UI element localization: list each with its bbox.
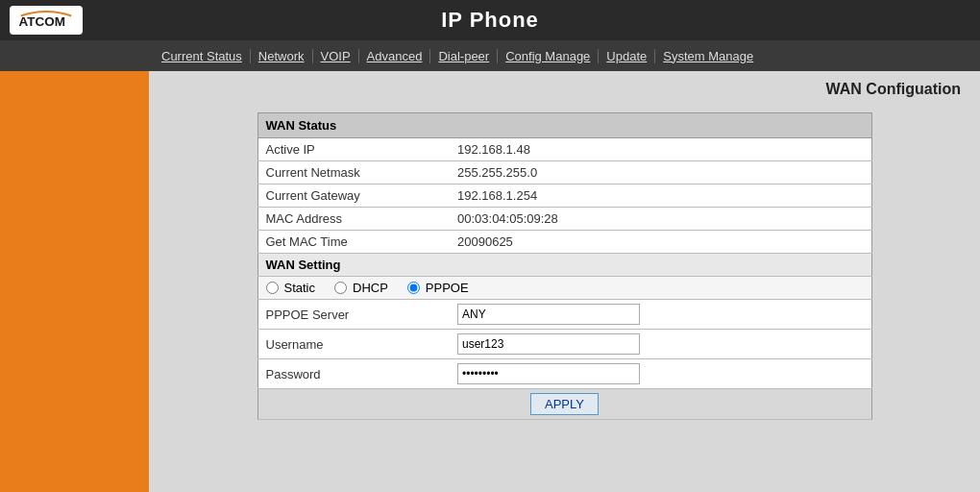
wan-mode-row: Static DHCP PPPOE [257, 277, 871, 300]
atcom-logo-icon: ATCOM [17, 9, 75, 32]
pppoe-server-row: PPPOE Server [257, 300, 871, 330]
password-input[interactable] [457, 363, 640, 384]
page-main-title: IP Phone [441, 8, 539, 33]
wan-mode-cell: Static DHCP PPPOE [257, 277, 871, 300]
wan-mode-radio-group: Static DHCP PPPOE [266, 281, 864, 295]
active-ip-value: 192.168.1.48 [450, 138, 871, 161]
navbar: Current Status Network VOIP Advanced Dia… [0, 40, 980, 71]
nav-advanced[interactable]: Advanced [359, 49, 431, 63]
wan-status-header: WAN Status [257, 113, 871, 138]
pppoe-server-label: PPPOE Server [257, 300, 450, 330]
header: ATCOM IP Phone [0, 0, 980, 40]
nav-current-status[interactable]: Current Status [154, 49, 251, 63]
netmask-label: Current Netmask [257, 161, 450, 184]
wan-setting-row: WAN Setting [257, 254, 871, 277]
content-area: WAN Configuation WAN Status Active IP 19… [149, 71, 980, 492]
active-ip-label: Active IP [257, 138, 450, 161]
table-row: Current Gateway 192.168.1.254 [257, 184, 871, 208]
main-layout: WAN Configuation WAN Status Active IP 19… [0, 71, 980, 492]
username-input[interactable] [457, 333, 640, 355]
pppoe-label: PPPOE [426, 281, 469, 295]
apply-button[interactable]: APPLY [530, 393, 599, 415]
logo-box: ATCOM [10, 6, 83, 35]
mac-time-value: 20090625 [450, 231, 871, 254]
password-row: Password [257, 359, 871, 389]
wan-config-table: WAN Status Active IP 192.168.1.48 Curren… [257, 112, 872, 420]
static-label: Static [284, 281, 316, 295]
table-row: MAC Address 00:03:04:05:09:28 [257, 208, 871, 231]
wan-setting-label: WAN Setting [257, 254, 871, 277]
nav-network[interactable]: Network [251, 49, 313, 63]
table-row: Active IP 192.168.1.48 [257, 138, 871, 161]
nav-config-manage[interactable]: Config Manage [498, 49, 599, 63]
username-label: Username [257, 330, 450, 359]
username-row: Username [257, 330, 871, 359]
static-radio[interactable] [266, 282, 279, 294]
dhcp-label: DHCP [353, 281, 388, 295]
apply-row: APPLY [257, 389, 871, 420]
mac-address-label: MAC Address [257, 208, 450, 231]
svg-text:ATCOM: ATCOM [19, 14, 66, 29]
mac-time-label: Get MAC Time [257, 231, 450, 254]
pppoe-server-input[interactable] [457, 304, 640, 325]
apply-cell: APPLY [257, 389, 871, 420]
table-row: Get MAC Time 20090625 [257, 231, 871, 254]
static-radio-label[interactable]: Static [266, 281, 316, 295]
gateway-label: Current Gateway [257, 184, 450, 208]
mac-address-value: 00:03:04:05:09:28 [450, 208, 871, 231]
password-cell [450, 359, 871, 389]
sidebar [0, 71, 149, 492]
netmask-value: 255.255.255.0 [450, 161, 871, 184]
pppoe-radio[interactable] [407, 282, 420, 294]
password-label: Password [257, 359, 450, 389]
dhcp-radio-label[interactable]: DHCP [334, 281, 388, 295]
gateway-value: 192.168.1.254 [450, 184, 871, 208]
logo-area: ATCOM [10, 6, 83, 35]
pppoe-radio-label[interactable]: PPPOE [407, 281, 469, 295]
dhcp-radio[interactable] [334, 282, 347, 294]
page-title: WAN Configuation [168, 81, 961, 98]
nav-system-manage[interactable]: System Manage [655, 49, 761, 63]
nav-voip[interactable]: VOIP [313, 49, 359, 63]
username-cell [450, 330, 871, 359]
nav-update[interactable]: Update [599, 49, 655, 63]
nav-dial-peer[interactable]: Dial-peer [430, 49, 498, 63]
pppoe-server-cell [450, 300, 871, 330]
table-row: Current Netmask 255.255.255.0 [257, 161, 871, 184]
